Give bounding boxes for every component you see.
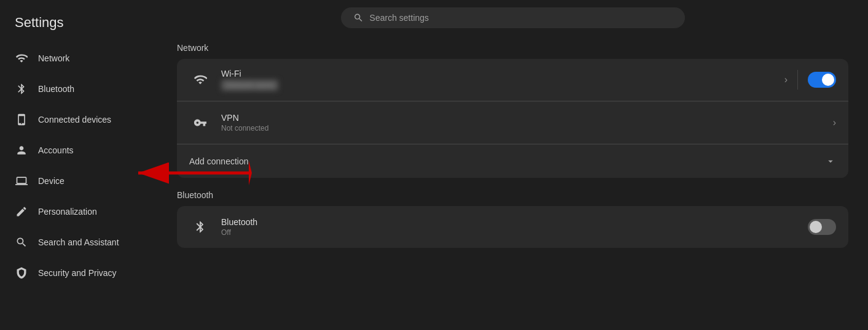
bluetooth-subtitle: Off — [221, 228, 808, 237]
sidebar-item-security-privacy[interactable]: Security and Privacy — [0, 258, 150, 288]
search-icon — [353, 12, 364, 23]
wifi-network-name: Network name — [221, 80, 278, 91]
sidebar-item-connected-devices[interactable]: Connected devices — [0, 104, 150, 135]
add-connection-label: Add connection — [189, 156, 249, 166]
tablet-icon — [15, 113, 28, 126]
wifi-title: Wi-Fi — [221, 69, 784, 79]
wifi-row[interactable]: Wi-Fi Network name › — [177, 59, 848, 101]
vpn-row[interactable]: VPN Not connected › — [177, 102, 848, 144]
pen-icon — [15, 205, 28, 218]
search-sidebar-icon — [15, 236, 28, 249]
wifi-chevron-icon: › — [784, 74, 788, 85]
main-content: Network Wi-Fi Network name › — [157, 0, 868, 330]
bluetooth-row-text: Bluetooth Off — [221, 217, 808, 237]
sidebar-item-network-label: Network — [38, 53, 69, 63]
wifi-row-text: Wi-Fi Network name — [221, 69, 784, 91]
bluetooth-row[interactable]: Bluetooth Off — [177, 206, 848, 248]
wifi-toggle-knob — [822, 74, 834, 86]
bluetooth-row-right — [808, 219, 836, 235]
vpn-row-icon — [189, 112, 211, 134]
sidebar-item-accounts[interactable]: Accounts — [0, 135, 150, 166]
network-card: Wi-Fi Network name › VPN Not connecte — [177, 59, 848, 178]
sidebar-item-bluetooth[interactable]: Bluetooth — [0, 74, 150, 104]
shield-icon — [15, 266, 28, 280]
wifi-toggle[interactable] — [808, 72, 836, 88]
search-bar-container — [177, 7, 848, 28]
app-title: Settings — [0, 10, 157, 43]
sidebar-item-device-label: Device — [38, 176, 65, 186]
vpn-title: VPN — [221, 113, 833, 123]
chevron-down-icon — [825, 156, 836, 167]
sidebar-item-personalization-label: Personalization — [38, 207, 97, 217]
sidebar-item-personalization[interactable]: Personalization — [0, 196, 150, 227]
bluetooth-toggle[interactable] — [808, 219, 836, 235]
divider — [797, 70, 798, 90]
person-icon — [15, 144, 28, 157]
sidebar-item-connected-devices-label: Connected devices — [38, 115, 111, 125]
laptop-icon — [15, 174, 28, 188]
network-section-label: Network — [177, 43, 848, 53]
vpn-subtitle: Not connected — [221, 124, 833, 132]
bluetooth-row-icon — [189, 216, 211, 238]
sidebar-item-bluetooth-label: Bluetooth — [38, 84, 74, 94]
vpn-row-right: › — [833, 117, 836, 128]
sidebar-item-device[interactable]: Device — [0, 166, 150, 196]
bluetooth-icon — [15, 82, 28, 96]
search-input[interactable] — [370, 13, 673, 23]
sidebar-item-search-assistant-label: Search and Assistant — [38, 237, 119, 247]
sidebar-item-network[interactable]: Network — [0, 43, 150, 74]
vpn-row-text: VPN Not connected — [221, 113, 833, 132]
bluetooth-title: Bluetooth — [221, 217, 808, 227]
bluetooth-card: Bluetooth Off — [177, 206, 848, 248]
wifi-row-right: › — [784, 70, 836, 90]
vpn-chevron-icon: › — [833, 117, 836, 128]
wifi-icon — [15, 52, 28, 65]
sidebar: Settings Network Bluetooth Connected dev… — [0, 0, 157, 330]
sidebar-item-security-privacy-label: Security and Privacy — [38, 268, 117, 278]
add-connection-row[interactable]: Add connection — [177, 145, 848, 178]
sidebar-item-search-assistant[interactable]: Search and Assistant — [0, 227, 150, 258]
wifi-row-icon — [189, 69, 211, 91]
search-bar[interactable] — [341, 7, 685, 28]
sidebar-item-accounts-label: Accounts — [38, 145, 74, 155]
bluetooth-toggle-knob — [810, 221, 822, 233]
bluetooth-section-label: Bluetooth — [177, 190, 848, 200]
